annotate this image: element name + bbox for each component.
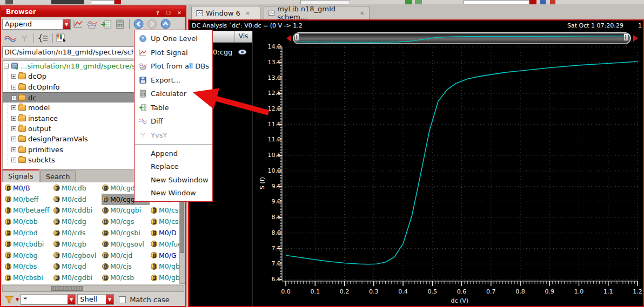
collapse-icon[interactable]: − [4, 64, 9, 69]
tab-signals[interactable]: Signals [2, 169, 39, 182]
restore-icon[interactable]: ❐ [165, 10, 172, 17]
export-table-button[interactable] [100, 19, 112, 30]
plot-all-dbs-button[interactable] [86, 19, 98, 30]
signal-M0-cdg[interactable]: E M0/cdg [53, 216, 101, 227]
signal-M0-cjd[interactable]: E M0/cjd [102, 250, 150, 261]
signal-M0-B[interactable]: I M0/B [4, 182, 52, 194]
signal-M0-beff[interactable]: E M0/beff [4, 194, 52, 205]
expand-icon[interactable]: + [11, 158, 16, 162]
menu-item-plot-from-all-dbs[interactable]: Plot from all DBs [135, 59, 212, 73]
signal-M0-cggbi[interactable]: E M0/cggbi [102, 205, 150, 216]
signal-M0-css[interactable]: E M0/css [150, 205, 179, 216]
signal-M0-cbd[interactable]: E M0/cbd [4, 227, 52, 238]
signal-M0-cbdbi[interactable]: E M0/cbdbi [4, 238, 52, 250]
overview-slider[interactable] [293, 32, 631, 44]
menu-item-append[interactable]: Append [135, 147, 212, 160]
filter-funnel-icon[interactable] [4, 295, 14, 304]
signal-M0-cssbi[interactable]: E M0/cssbi [150, 216, 179, 227]
tab-close-icon[interactable]: × [360, 10, 365, 17]
toolbar-separator [52, 33, 53, 43]
up-one-level-button[interactable] [160, 19, 171, 29]
x-tick-label: 0.0 [277, 288, 295, 295]
back-button[interactable] [133, 19, 144, 29]
signal-M0-cjs[interactable]: E M0/cjs [102, 261, 150, 272]
signal-M0-cgsovl[interactable]: E M0/cgsovl [102, 238, 150, 250]
signal-type-icon: I [5, 185, 11, 191]
expand-icon[interactable]: + [11, 137, 16, 141]
overview-right-handle[interactable] [623, 33, 628, 41]
signal-type-icon: E [53, 230, 60, 236]
menu-item-new-subwindow[interactable]: New Subwindow [135, 173, 212, 187]
signal-M0-cgb[interactable]: E M0/cgb [53, 238, 101, 250]
menu-item-diff[interactable]: Diff [135, 114, 212, 128]
signal-M0-fug[interactable]: E M0/fug [150, 238, 179, 250]
tab-window-6[interactable]: Window 6 × [191, 6, 260, 19]
menu-item-new-window[interactable]: New Window [135, 187, 212, 200]
signal-M0-cgbovl[interactable]: E M0/cgbovl [53, 250, 101, 261]
menu-item-table[interactable]: Table [135, 101, 212, 115]
signal-M0-cbb[interactable]: E M0/cbb [4, 216, 52, 227]
signal-M0-cds[interactable]: E M0/cds [53, 227, 101, 238]
chevron-down-icon[interactable]: ▼ [68, 295, 75, 304]
menu-icon-spacer [139, 162, 147, 170]
scrollbar-thumb[interactable] [51, 286, 83, 291]
menu-item-plot-signal[interactable]: Plot Signal [135, 46, 212, 60]
plot-mode-combo[interactable]: Append ▼ [2, 19, 71, 30]
expand-icon[interactable]: + [11, 105, 16, 110]
signal-M0-cbsbi[interactable]: E M0/cbsbi [4, 272, 52, 283]
expand-icon[interactable]: + [11, 85, 16, 90]
tab-close-icon[interactable]: × [245, 10, 250, 17]
waves-icon[interactable] [4, 33, 16, 44]
filter-pattern-combo[interactable]: * ▼ [21, 294, 76, 305]
expand-icon[interactable]: + [11, 126, 16, 131]
expand-icon[interactable]: + [11, 74, 16, 79]
expressions-icon[interactable] [37, 33, 49, 44]
visibility-eye-icon[interactable] [238, 49, 247, 55]
overview-right-arrow-icon[interactable] [633, 35, 638, 42]
signal-M0-G[interactable]: I M0/G [150, 250, 179, 261]
expand-icon[interactable]: + [11, 147, 16, 152]
calculator-button[interactable] [114, 19, 126, 30]
signal-M0-gbd[interactable]: E M0/gbd [150, 261, 179, 272]
color-table-icon[interactable] [56, 33, 68, 44]
plot-signal-button[interactable] [72, 19, 84, 30]
chevron-down-icon[interactable]: ▼ [16, 297, 19, 302]
help-icon[interactable]: ? [154, 10, 162, 17]
y-tick-label: 8.0 [259, 229, 281, 236]
expand-icon[interactable]: + [11, 116, 16, 121]
menu-item-export[interactable]: Export... [135, 73, 212, 87]
chevron-down-icon[interactable]: ▼ [63, 19, 70, 29]
signal-M0-cbs[interactable]: E M0/cbs [4, 261, 52, 272]
overview-left-handle[interactable] [294, 33, 299, 41]
signal-M0-gbs[interactable]: E M0/gbs [150, 272, 179, 283]
window-tab-bar: Window 6 × myLib n18_gmId schem... × [188, 4, 644, 19]
expand-icon[interactable]: + [11, 95, 16, 100]
signal-M0-cbg[interactable]: E M0/cbg [4, 250, 52, 261]
close-icon[interactable]: ✕ [176, 10, 183, 17]
menu-item-replace[interactable]: Replace [135, 160, 212, 174]
chevron-down-icon[interactable]: ▼ [106, 295, 113, 304]
signal-M0-D[interactable]: I M0/D [150, 227, 179, 238]
signal-name: M0/cdd [62, 195, 86, 203]
menu-item-calculator[interactable]: Calculator [135, 87, 212, 101]
signal-M0-csb[interactable]: E M0/csb [102, 272, 150, 283]
tab-mylib-schematic[interactable]: myLib n18_gmId schem... × [264, 6, 370, 19]
signal-M0-cgdbi[interactable]: E M0/cgdbi [53, 272, 101, 283]
filter-mode-combo[interactable]: Shell ▼ [77, 294, 114, 305]
signal-name: M0/cgdbi [62, 274, 92, 282]
signal-M0-betaeff[interactable]: E M0/betaeff [4, 205, 52, 216]
signals-horizontal-scrollbar[interactable] [2, 285, 184, 292]
signal-M0-cdb[interactable]: E M0/cdb [53, 182, 101, 194]
menu-item-label: Plot from all DBs [151, 62, 209, 70]
match-case-checkbox[interactable] [119, 296, 126, 303]
signal-M0-cgs[interactable]: E M0/cgs [102, 216, 150, 227]
menu-item-up-one-level[interactable]: Up One Level [135, 32, 212, 46]
overview-left-arrow-icon[interactable] [286, 35, 291, 42]
signal-M0-cdd[interactable]: E M0/cdd [53, 194, 101, 205]
signal-M0-cddbi[interactable]: E M0/cddbi [53, 205, 101, 216]
signal-M0-cgd[interactable]: E M0/cgd [53, 261, 101, 272]
signal-M0-cgsbi[interactable]: E M0/cgsbi [102, 227, 150, 238]
tab-search[interactable]: Search [40, 170, 76, 182]
browser-titlebar[interactable]: Browser ? ❐ ✕ [1, 6, 185, 17]
signal-name: M0/G [159, 251, 177, 260]
